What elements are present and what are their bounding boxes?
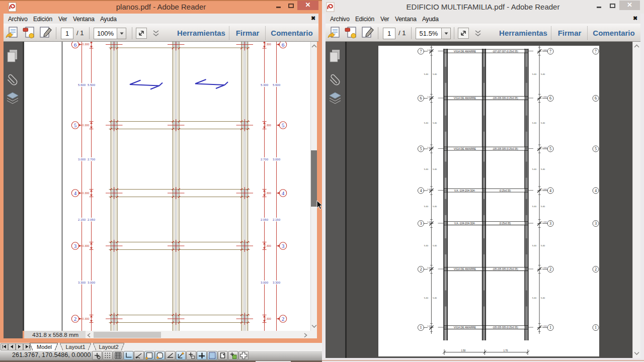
svg-text:0.300: 0.300 bbox=[82, 244, 89, 247]
svg-text:2: 2 bbox=[73, 316, 76, 322]
svg-text:3.300: 3.300 bbox=[272, 281, 280, 284]
svg-text:1.70: 1.70 bbox=[504, 349, 508, 352]
svg-text:5.40: 5.40 bbox=[424, 122, 429, 124]
svg-text:4: 4 bbox=[595, 189, 597, 193]
svg-text:3.000: 3.000 bbox=[87, 281, 95, 284]
svg-text:-107-207-307-(0.25x0.35): -107-207-307-(0.25x0.35) bbox=[492, 50, 518, 53]
svg-text:0.300: 0.300 bbox=[264, 192, 271, 195]
svg-text:2.050: 2.050 bbox=[260, 218, 268, 221]
svg-text:4: 4 bbox=[281, 190, 284, 196]
svg-text:5.40: 5.40 bbox=[541, 244, 545, 247]
svg-text:3.000: 3.000 bbox=[272, 158, 280, 161]
svg-text:5: 5 bbox=[281, 122, 284, 128]
svg-text:5.40: 5.40 bbox=[433, 244, 437, 247]
svg-text:5.40: 5.40 bbox=[532, 122, 537, 124]
svg-text:3.000: 3.000 bbox=[77, 158, 86, 161]
svg-text:7: 7 bbox=[549, 49, 551, 54]
svg-text:2.700: 2.700 bbox=[260, 158, 268, 161]
svg-text:2.150: 2.150 bbox=[272, 218, 280, 221]
svg-text:5.40: 5.40 bbox=[532, 168, 537, 170]
svg-text:5.40: 5.40 bbox=[424, 205, 429, 208]
svg-text:1.000: 1.000 bbox=[542, 147, 547, 149]
svg-text:2: 2 bbox=[281, 316, 284, 322]
svg-text:6: 6 bbox=[595, 96, 597, 101]
svg-text:VIGA DE AMARRE: VIGA DE AMARRE bbox=[454, 326, 476, 329]
svg-text:7: 7 bbox=[420, 49, 422, 54]
svg-text:VIGA DE AMARRE: VIGA DE AMARRE bbox=[454, 97, 476, 100]
svg-text:-106-206-306-(0.25x0.35): -106-206-306-(0.25x0.35) bbox=[492, 97, 518, 100]
svg-text:5.600: 5.600 bbox=[77, 83, 86, 86]
svg-text:5: 5 bbox=[595, 147, 597, 151]
svg-text:5.40: 5.40 bbox=[541, 168, 545, 170]
svg-text:1.000: 1.000 bbox=[542, 267, 547, 269]
svg-text:0.300: 0.300 bbox=[264, 43, 271, 46]
svg-text:0.300: 0.300 bbox=[82, 192, 89, 195]
svg-text:0.300: 0.300 bbox=[82, 43, 89, 46]
svg-text:5.40: 5.40 bbox=[532, 73, 537, 75]
svg-text:2.700: 2.700 bbox=[87, 158, 95, 161]
svg-text:(0.25x0.35): (0.25x0.35) bbox=[500, 222, 511, 225]
svg-text:1.000: 1.000 bbox=[542, 221, 547, 223]
svg-text:1.50: 1.50 bbox=[461, 349, 466, 352]
svg-text:3: 3 bbox=[549, 221, 551, 226]
svg-text:-105-205-305-(0.25x0.35): -105-205-305-(0.25x0.35) bbox=[492, 148, 518, 150]
svg-text:5.40: 5.40 bbox=[424, 244, 429, 247]
svg-text:5.40: 5.40 bbox=[424, 297, 429, 299]
svg-text:5.300: 5.300 bbox=[260, 83, 268, 86]
svg-text:2.050: 2.050 bbox=[87, 218, 95, 221]
svg-text:5.40: 5.40 bbox=[541, 122, 545, 124]
svg-text:5.40: 5.40 bbox=[433, 73, 437, 75]
svg-text:1.000: 1.000 bbox=[542, 49, 547, 51]
svg-text:1: 1 bbox=[420, 325, 422, 330]
svg-text:0.300: 0.300 bbox=[82, 124, 89, 127]
svg-text:1.000: 1.000 bbox=[542, 325, 547, 327]
svg-text:4: 4 bbox=[420, 189, 422, 193]
svg-text:2: 2 bbox=[595, 267, 597, 272]
svg-text:V.A.-104-204-304-: V.A.-104-204-304- bbox=[454, 189, 475, 192]
svg-text:4: 4 bbox=[549, 189, 551, 193]
svg-text:3: 3 bbox=[73, 243, 76, 249]
svg-text:5: 5 bbox=[549, 147, 551, 151]
svg-text:6: 6 bbox=[420, 96, 422, 101]
svg-text:2.150: 2.150 bbox=[77, 218, 86, 221]
svg-text:4: 4 bbox=[73, 190, 76, 196]
svg-text:6: 6 bbox=[281, 42, 284, 48]
svg-text:Layout1: Layout1 bbox=[65, 344, 85, 350]
svg-text:3: 3 bbox=[420, 221, 422, 226]
svg-text:1.000: 1.000 bbox=[427, 96, 432, 98]
svg-text:3: 3 bbox=[281, 243, 284, 249]
svg-text:5.40: 5.40 bbox=[433, 205, 437, 208]
svg-text:Model: Model bbox=[37, 344, 52, 350]
svg-text:1.000: 1.000 bbox=[542, 189, 547, 191]
svg-text:3: 3 bbox=[595, 221, 597, 226]
svg-text:1.000: 1.000 bbox=[427, 147, 432, 149]
svg-text:1: 1 bbox=[595, 325, 597, 330]
svg-text:5.500: 5.500 bbox=[87, 83, 95, 86]
svg-text:5: 5 bbox=[420, 147, 422, 151]
svg-text:(0.25x0.35): (0.25x0.35) bbox=[500, 190, 511, 192]
svg-text:VIGA DE AMARRE: VIGA DE AMARRE bbox=[454, 50, 476, 53]
svg-text:-105-205-305-(0.25x0.35): -105-205-305-(0.25x0.35) bbox=[492, 326, 518, 329]
svg-text:1.000: 1.000 bbox=[427, 49, 432, 51]
svg-text:5.600: 5.600 bbox=[272, 83, 280, 86]
svg-text:5.40: 5.40 bbox=[433, 168, 437, 170]
svg-text:5.40: 5.40 bbox=[541, 297, 545, 299]
svg-text:1.000: 1.000 bbox=[427, 189, 432, 191]
svg-text:0.300: 0.300 bbox=[264, 317, 271, 320]
svg-text:0.300: 0.300 bbox=[264, 124, 271, 127]
svg-text:7: 7 bbox=[595, 49, 597, 54]
svg-text:1: 1 bbox=[549, 325, 551, 330]
svg-text:VIGA DE AMARRE: VIGA DE AMARRE bbox=[454, 147, 476, 150]
svg-text:V.A.-104-204-304-: V.A.-104-204-304- bbox=[454, 222, 475, 225]
svg-text:6: 6 bbox=[549, 96, 551, 101]
svg-text:1.000: 1.000 bbox=[427, 325, 432, 327]
svg-text:VIGA DE AMARRE: VIGA DE AMARRE bbox=[454, 267, 476, 270]
svg-text:2: 2 bbox=[420, 267, 422, 272]
svg-text:-105-205-305-(0.25x0.35): -105-205-305-(0.25x0.35) bbox=[492, 268, 518, 270]
svg-text:6: 6 bbox=[73, 42, 76, 48]
svg-text:3.000: 3.000 bbox=[260, 281, 268, 284]
svg-text:2: 2 bbox=[549, 267, 551, 272]
svg-text:3.300: 3.300 bbox=[77, 281, 86, 284]
svg-text:5.40: 5.40 bbox=[433, 297, 437, 299]
svg-text:Layout2: Layout2 bbox=[99, 344, 118, 350]
